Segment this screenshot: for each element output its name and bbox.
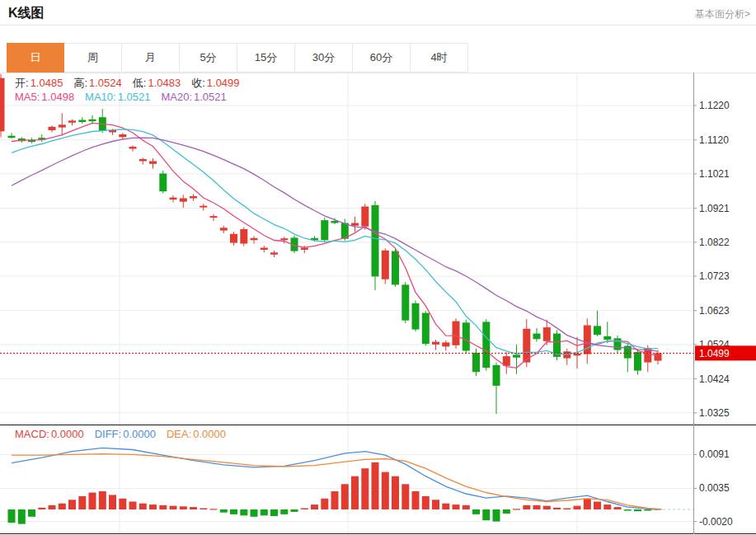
period-tabs: 日 周 月 5分 15分 30分 60分 4时 — [7, 43, 468, 73]
main-axis-label: 1.0723 — [699, 270, 730, 282]
header: K线图 基本面分析> — [0, 0, 756, 26]
main-axis-label: 1.0623 — [699, 305, 730, 317]
tab-60min[interactable]: 60分 — [353, 43, 411, 73]
tab-5min[interactable]: 5分 — [180, 43, 237, 73]
price-marker: 1.0499 — [695, 345, 756, 360]
main-axis-label: 1.1021 — [699, 168, 730, 180]
macd-histogram — [8, 462, 662, 524]
tab-day[interactable]: 日 — [7, 43, 64, 73]
y-axis-labels: 1.12201.11201.10211.09211.08221.07231.06… — [693, 100, 733, 528]
price-marker-value: 1.0499 — [699, 348, 730, 359]
main-axis-label: 1.0822 — [699, 237, 730, 248]
candlestick-series — [0, 74, 662, 414]
fundamental-analysis-link[interactable]: 基本面分析> — [695, 7, 750, 21]
tab-week[interactable]: 周 — [64, 43, 122, 73]
main-axis-label: 1.0921 — [699, 203, 730, 214]
tab-15min[interactable]: 15分 — [237, 43, 295, 73]
kline-chart-canvas[interactable]: 1.12201.11201.10211.09211.08221.07231.06… — [0, 73, 756, 535]
ma20-line — [12, 138, 658, 351]
ma10-line — [12, 129, 658, 354]
ma-lines — [12, 123, 658, 368]
macd-axis-label: 0.0091 — [699, 448, 730, 460]
grid — [0, 73, 693, 534]
main-axis-label: 1.1220 — [699, 100, 730, 111]
macd-axis-label: -0.0020 — [699, 516, 733, 528]
page-title: K线图 — [8, 5, 45, 22]
tab-30min[interactable]: 30分 — [295, 43, 353, 73]
main-axis-label: 1.0325 — [699, 407, 730, 419]
main-axis-label: 1.1120 — [699, 134, 729, 146]
tab-4hour[interactable]: 4时 — [411, 43, 468, 73]
main-axis-label: 1.0424 — [699, 373, 730, 385]
tab-month[interactable]: 月 — [122, 43, 180, 73]
macd-axis-label: 0.0035 — [699, 482, 730, 494]
